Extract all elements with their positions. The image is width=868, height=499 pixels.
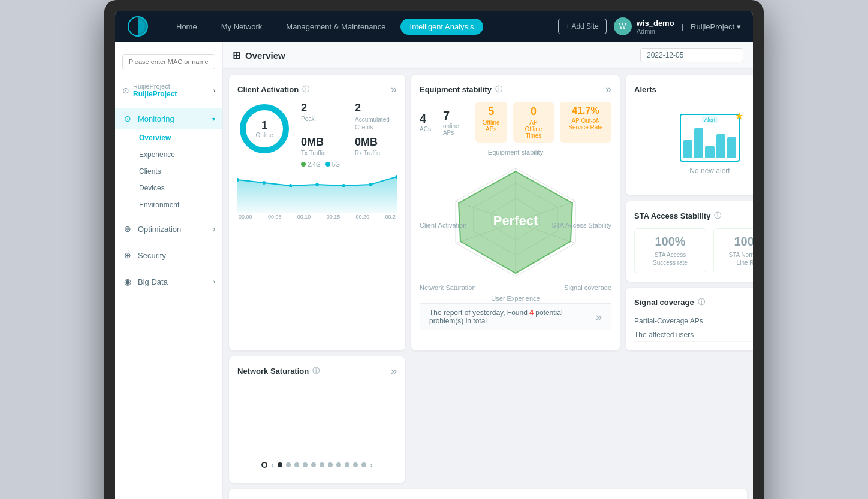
network-saturation-more[interactable]: »: [391, 365, 397, 377]
sta-stats: 100% STA Access Success rate 100% STA No…: [634, 228, 753, 273]
sta-success-rate: 100% STA Access Success rate: [634, 228, 706, 273]
problem-count: 4: [529, 309, 534, 317]
page-dot-1[interactable]: [278, 462, 282, 467]
rx-value: 0MB: [355, 136, 397, 149]
page-dot-4[interactable]: [303, 462, 308, 467]
chart-labels: 00:00 00:05 00:10 00:15 00:20 00:2: [237, 214, 397, 220]
sidebar-sub-clients[interactable]: Clients: [132, 163, 222, 180]
sidebar-security-label: Security: [138, 251, 166, 260]
partial-coverage-label: Partial-Coverage APs: [634, 317, 703, 325]
page-dot-2[interactable]: [286, 462, 291, 467]
alerts-body: ★ Alert No new alert: [634, 102, 753, 187]
partial-coverage-row: Partial-Coverage APs 0: [634, 314, 753, 328]
nav-intelligent-analysis[interactable]: Intelligent Analysis: [400, 19, 484, 35]
sta-access-info-icon[interactable]: ⓘ: [714, 211, 721, 221]
ac-count-stat: 4 ACs: [420, 112, 431, 132]
page-dot-3[interactable]: [294, 462, 299, 467]
overview-title: ⊞ Overview: [233, 50, 285, 61]
sta-access-header: STA Access Stability ⓘ »: [634, 210, 753, 222]
alert-bar-2: [694, 128, 703, 158]
sidebar-project-name: RuijieProject: [133, 90, 177, 98]
page-dot-9[interactable]: [345, 462, 349, 467]
equipment-stability-info-icon[interactable]: ⓘ: [495, 84, 502, 95]
sta-success-value: 100%: [644, 235, 696, 249]
sidebar-item-security[interactable]: ⊕ Security: [115, 244, 222, 266]
sidebar-bigdata-label: Big Data: [138, 277, 168, 286]
radar-label-bottom-right: Signal coverage: [564, 284, 611, 291]
offline-ap-value: 5: [483, 105, 500, 118]
grid-icon: ⊞: [233, 50, 240, 61]
date-picker[interactable]: [640, 48, 743, 62]
ac-count-label: ACs: [420, 126, 431, 132]
project-selector[interactable]: RuijieProject ▾: [691, 22, 741, 31]
accumulated-stat: 2 Accumulated Clients: [355, 102, 397, 131]
offline-ap-badge: 5 Offline APs: [475, 102, 507, 143]
pagination: ‹ ›: [237, 455, 397, 474]
sidebar-optimization-label: Optimization: [138, 225, 181, 234]
nav-items: Home My Network Management & Maintenance…: [167, 19, 558, 35]
problem-report: The report of yesterday, Found 4 potenti…: [420, 303, 611, 330]
online-ap-stat: 7 online APs: [443, 109, 463, 136]
sidebar-sub-experience[interactable]: Experience: [132, 146, 222, 163]
alerts-title: Alerts: [634, 85, 656, 94]
network-saturation-info-icon[interactable]: ⓘ: [312, 366, 320, 376]
offline-times-badge: 0 AP Offline Times: [513, 102, 554, 143]
pagination-next[interactable]: ›: [370, 460, 373, 470]
affected-users-label: The affected users: [634, 331, 694, 339]
add-site-button[interactable]: + Add Site: [558, 19, 607, 34]
sidebar-sub-overview[interactable]: Overview: [132, 129, 222, 146]
bigdata-icon: ◉: [122, 276, 133, 287]
main-content: ⊞ Overview Client Activation ⓘ: [223, 42, 753, 499]
client-activation-more[interactable]: »: [391, 83, 397, 96]
tx-stat: 0MB Tx Traffic: [301, 136, 343, 156]
page-dot-10[interactable]: [353, 462, 358, 467]
client-stats: 2 Peak 2 Accumulated Clients: [301, 102, 397, 168]
alert-bar-5: [727, 137, 736, 158]
svg-point-9: [369, 183, 372, 186]
page-dot-5[interactable]: [311, 462, 316, 467]
app-logo: [127, 16, 149, 37]
top-navigation: Home My Network Management & Maintenance…: [115, 11, 753, 42]
sidebar-sub-devices[interactable]: Devices: [132, 180, 222, 196]
online-ap-label: online APs: [443, 123, 463, 136]
client-activation-info-icon[interactable]: ⓘ: [302, 84, 309, 95]
user-name: wis_demo: [637, 19, 674, 28]
client-activation-header: Client Activation ⓘ »: [237, 83, 397, 96]
tx-value: 0MB: [301, 136, 343, 149]
page-dot-7[interactable]: [328, 462, 333, 467]
online-ap-value: 7: [443, 109, 463, 123]
nav-home[interactable]: Home: [167, 19, 207, 35]
sidebar-item-bigdata[interactable]: ◉ Big Data ›: [115, 271, 222, 292]
svg-text:Perfect: Perfect: [493, 213, 538, 228]
page-dot-8[interactable]: [336, 462, 341, 467]
network-saturation-body: [237, 383, 397, 455]
alerts-header: Alerts »: [634, 83, 753, 96]
svg-point-8: [342, 184, 345, 187]
sidebar-project-label: RuijieProject: [133, 83, 177, 90]
equipment-stability-title: Equipment stability ⓘ: [420, 84, 502, 95]
legend-5g: 5G: [332, 161, 340, 168]
sta-success-label: STA Access Success rate: [644, 251, 696, 267]
equipment-stability-more[interactable]: »: [605, 83, 611, 96]
overview-header: ⊞ Overview: [223, 42, 753, 69]
page-dot-11[interactable]: [361, 462, 366, 467]
sidebar-item-optimization[interactable]: ⊛ Optimization ›: [115, 218, 222, 240]
search-input[interactable]: [122, 54, 215, 69]
client-activation-body: 1 Online 2 Peak: [237, 102, 397, 168]
page-dot-6[interactable]: [320, 462, 324, 467]
signal-coverage-info-icon[interactable]: ⓘ: [698, 297, 705, 307]
pagination-prev[interactable]: ‹: [271, 460, 274, 470]
service-rate-value: 41.7%: [567, 105, 604, 116]
pagination-circle[interactable]: [261, 462, 267, 468]
donut-chart: 1 Online: [237, 102, 291, 156]
legend-24g: 2.4G: [308, 161, 321, 168]
nav-my-network[interactable]: My Network: [212, 19, 272, 35]
network-saturation-card: Network Saturation ⓘ » ‹: [229, 356, 405, 483]
sidebar-item-monitoring[interactable]: ⊙ Monitoring ▾: [115, 108, 222, 129]
sidebar: ⊙ RuijieProject RuijieProject › ⊙ Monito…: [115, 42, 223, 499]
problem-report-more[interactable]: »: [596, 311, 602, 323]
sidebar-sub-environment[interactable]: Environment: [132, 196, 222, 213]
svg-point-7: [315, 183, 318, 186]
nav-management[interactable]: Management & Maintenance: [276, 19, 395, 35]
alert-bar-3: [705, 146, 714, 158]
